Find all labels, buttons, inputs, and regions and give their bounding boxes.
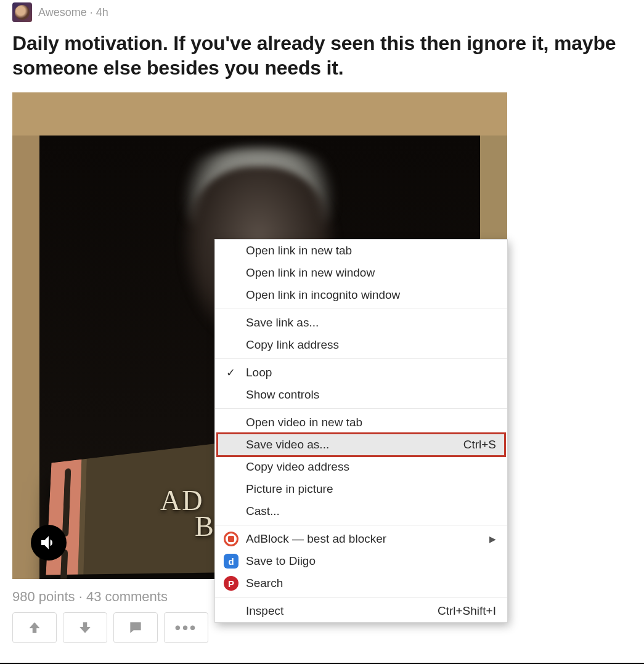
volume-icon (39, 533, 59, 553)
context-menu: Open link in new tab Open link in new wi… (214, 239, 508, 623)
adblock-icon (224, 532, 238, 546)
ctx-diigo[interactable]: d Save to Diigo (215, 550, 507, 572)
arrow-up-icon (26, 620, 43, 636)
more-button[interactable]: ••• (164, 612, 208, 643)
ctx-divider (215, 408, 507, 409)
volume-button[interactable] (31, 525, 67, 561)
ctx-open-new-tab[interactable]: Open link in new tab (215, 240, 507, 262)
ctx-copy-link[interactable]: Copy link address (215, 334, 507, 356)
ctx-loop[interactable]: ✓Loop (215, 362, 507, 384)
ctx-pip[interactable]: Picture in picture (215, 478, 507, 500)
ctx-inspect[interactable]: Inspect Ctrl+Shift+I (215, 600, 507, 622)
avatar[interactable] (12, 2, 32, 22)
downvote-button[interactable] (63, 612, 107, 643)
comments-count[interactable]: 43 comments (86, 589, 168, 604)
post-age: 4h (96, 6, 108, 18)
shortcut-label: Ctrl+Shift+I (438, 604, 496, 618)
ctx-show-controls[interactable]: Show controls (215, 384, 507, 406)
author-name[interactable]: Awesome (38, 6, 87, 18)
more-icon: ••• (175, 618, 197, 638)
shortcut-label: Ctrl+S (463, 438, 496, 451)
post-byline[interactable]: Awesome · 4h (38, 6, 108, 19)
ctx-adblock[interactable]: AdBlock — best ad blocker ▶ (215, 528, 507, 550)
upvote-button[interactable] (12, 612, 57, 643)
ctx-save-link[interactable]: Save link as... (215, 312, 507, 334)
chevron-right-icon: ▶ (489, 534, 496, 544)
ctx-copy-video[interactable]: Copy video address (215, 456, 507, 478)
ctx-cast[interactable]: Cast... (215, 500, 507, 522)
ctx-save-video[interactable]: Save video as... Ctrl+S (218, 434, 505, 456)
ctx-divider (215, 309, 507, 309)
post-header: Awesome · 4h (12, 0, 632, 25)
ctx-search[interactable]: P Search (215, 572, 507, 594)
ctx-open-incognito[interactable]: Open link in incognito window (215, 284, 507, 306)
points-count[interactable]: 980 points (12, 589, 75, 604)
meta-separator: · (79, 589, 86, 604)
ctx-divider (215, 358, 507, 359)
arrow-down-icon (77, 620, 93, 636)
diigo-icon: d (224, 554, 238, 569)
ctx-divider (215, 597, 507, 597)
video-still-book-text: AD B (160, 487, 215, 541)
comment-button[interactable] (113, 612, 158, 643)
ctx-open-new-window[interactable]: Open link in new window (215, 262, 507, 284)
post-title[interactable]: Daily motivation. If you've already seen… (12, 31, 632, 80)
byline-separator: · (90, 6, 96, 18)
check-icon: ✓ (226, 366, 235, 379)
comment-icon (128, 620, 144, 636)
ctx-divider (215, 525, 507, 525)
ctx-open-video[interactable]: Open video in new tab (215, 411, 507, 434)
pinterest-icon: P (224, 576, 238, 591)
